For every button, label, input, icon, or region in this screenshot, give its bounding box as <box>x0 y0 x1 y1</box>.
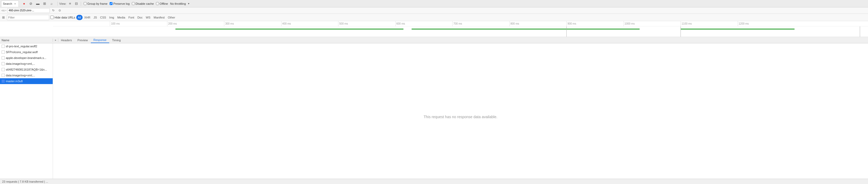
list-item[interactable]: data:image/svg+xml,... <box>0 61 53 67</box>
file-name: apple-developer-brandmark.s... <box>6 56 46 60</box>
url-bar-row: ⊲a • ↻ ⊙ <box>0 7 868 14</box>
tick-700ms: 700 ms <box>452 21 462 26</box>
grid-view-button[interactable]: ⊟ <box>74 1 79 6</box>
filter-bar: ⊞ Hide data URLs All XHR JS CSS Img Medi… <box>0 14 868 21</box>
list-item[interactable]: SFProIcons_regular.woff <box>0 49 53 55</box>
bookmark-button[interactable]: ⊙ <box>57 8 62 13</box>
name-column-header: Name <box>0 39 53 42</box>
timing-tab[interactable]: Timing <box>110 37 124 43</box>
file-icon <box>2 62 5 65</box>
close-tab-button[interactable]: × <box>13 2 17 6</box>
view-label: View: <box>59 2 66 5</box>
file-name-selected: master.m3u8 <box>6 80 23 83</box>
timeline-area: 100 ms 200 ms 300 ms 400 ms 500 ms 600 m… <box>0 21 868 37</box>
no-throttle-label: No throttling <box>170 2 186 5</box>
file-name: s648274608116187AQB=1&n... <box>6 68 47 71</box>
type-ws-button[interactable]: WS <box>144 15 152 20</box>
type-xhr-button[interactable]: XHR <box>83 15 92 20</box>
tick-900ms: 900 ms <box>566 21 576 26</box>
type-media-button[interactable]: Media <box>116 15 127 20</box>
file-icon-selected <box>2 80 5 83</box>
preserve-log-checkbox[interactable] <box>110 2 113 5</box>
tick-100ms: 100 ms <box>110 21 120 26</box>
stop-button[interactable]: ⊘ <box>28 1 34 6</box>
list-item[interactable]: apple-developer-brandmark.s... <box>0 55 53 61</box>
file-name: data:image/svg+xml,... <box>6 62 35 65</box>
close-column-header[interactable]: × <box>53 39 58 42</box>
timeline-bar-1 <box>175 29 404 30</box>
timeline-ruler: 100 ms 200 ms 300 ms 400 ms 500 ms 600 m… <box>53 21 868 27</box>
filter-button[interactable]: ⊞ <box>42 1 48 6</box>
empty-response-message: This request has no response data availa… <box>424 115 498 119</box>
list-item[interactable]: s648274608116187AQB=1&n... <box>0 67 53 72</box>
toolbar-icons: ● ⊘ ▬ ⊞ ⌕ <box>20 1 56 6</box>
timeline-bars <box>53 27 868 37</box>
tick-1100ms: 1100 ms <box>681 21 692 26</box>
content-area: sf-pro-text_regular.woff2 SFProIcons_reg… <box>0 43 868 184</box>
tick-1200ms: 1200 ms <box>738 21 749 26</box>
tick-400ms: 400 ms <box>281 21 291 26</box>
type-img-button[interactable]: Img <box>108 15 116 20</box>
timeline-bar-3 <box>681 29 795 30</box>
filter-icon-button[interactable]: ⊞ <box>1 15 6 20</box>
list-item[interactable]: data:image/svg+xml;... <box>0 72 53 78</box>
tick-600ms: 600 ms <box>395 21 405 26</box>
camera-button[interactable]: ▬ <box>35 1 40 6</box>
file-icon <box>2 68 5 71</box>
type-js-button[interactable]: JS <box>92 15 98 20</box>
tick-200ms: 200 ms <box>167 21 177 26</box>
list-view-button[interactable]: ≡ <box>67 1 73 6</box>
headers-tab[interactable]: Headers <box>58 37 75 43</box>
top-bar: Search × ● ⊘ ▬ ⊞ ⌕ View: ≡ ⊟ Group by fr… <box>0 0 868 7</box>
record-button[interactable]: ● <box>22 1 27 6</box>
preview-tab[interactable]: Preview <box>75 37 91 43</box>
url-input[interactable] <box>7 8 50 13</box>
offline-label[interactable]: Offline <box>156 2 168 5</box>
file-icon <box>2 45 5 48</box>
throttle-dropdown-arrow[interactable]: ▾ <box>188 2 189 5</box>
tick-1000ms: 1000 ms <box>624 21 635 26</box>
file-name: data:image/svg+xml;... <box>6 74 35 77</box>
status-text: 23 requests | 7.8 KB transferred | ... <box>2 180 48 183</box>
file-name: sf-pro-text_regular.woff2 <box>6 45 37 48</box>
hide-data-urls-checkbox[interactable] <box>50 15 54 19</box>
file-icon <box>2 50 5 54</box>
type-font-button[interactable]: Font <box>127 15 136 20</box>
url-prefix: ⊲a • <box>1 9 6 12</box>
tick-800ms: 800 ms <box>509 21 519 26</box>
hide-data-urls-label[interactable]: Hide data URLs <box>50 15 75 19</box>
type-filter-buttons: All XHR JS CSS Img Media Font Doc WS Man… <box>76 15 177 20</box>
response-tab[interactable]: Response <box>91 37 110 43</box>
search-button[interactable]: ⌕ <box>49 1 54 6</box>
type-doc-button[interactable]: Doc <box>136 15 144 20</box>
preserve-log-label[interactable]: Preserve log <box>110 2 130 5</box>
group-by-frame-checkbox[interactable] <box>84 2 87 5</box>
offline-checkbox[interactable] <box>156 2 159 5</box>
timeline-cursor-1 <box>566 27 567 37</box>
status-bar: 23 requests | 7.8 KB transferred | ... <box>0 179 868 184</box>
search-tab-label: Search <box>3 2 12 5</box>
reload-button[interactable]: ↻ <box>51 8 56 13</box>
list-item-selected[interactable]: master.m3u8 <box>0 78 53 84</box>
group-by-frame-label[interactable]: Group by frame <box>84 2 107 5</box>
disable-cache-checkbox[interactable] <box>132 2 135 5</box>
tick-300ms: 300 ms <box>224 21 234 26</box>
timeline-bar-2 <box>411 29 640 30</box>
type-other-button[interactable]: Other <box>166 15 177 20</box>
disable-cache-label[interactable]: Disable cache <box>132 2 154 5</box>
toolbar-checkboxes: Group by frame Preserve log Disable cach… <box>84 2 189 5</box>
filter-input[interactable] <box>7 15 49 20</box>
search-tab: Search × <box>1 1 19 7</box>
type-manifest-button[interactable]: Manifest <box>152 15 166 20</box>
file-icon <box>2 56 5 60</box>
list-item[interactable]: sf-pro-text_regular.woff2 <box>0 43 53 49</box>
response-panel: This request has no response data availa… <box>53 43 868 184</box>
type-css-button[interactable]: CSS <box>98 15 108 20</box>
file-icon <box>2 74 5 77</box>
tick-500ms: 500 ms <box>338 21 348 26</box>
file-name: SFProIcons_regular.woff <box>6 50 38 54</box>
table-header: Name × Headers Preview Response Timing <box>0 37 868 43</box>
type-all-button[interactable]: All <box>76 15 83 20</box>
file-list: sf-pro-text_regular.woff2 SFProIcons_reg… <box>0 43 53 184</box>
